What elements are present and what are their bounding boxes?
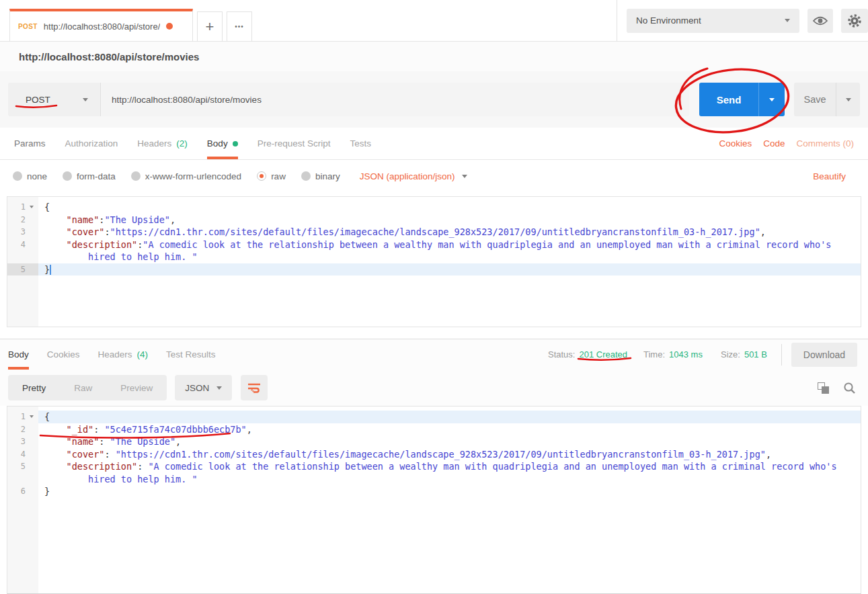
body-type-binary[interactable]: binary [301,171,340,181]
body-filled-dot-icon [233,141,238,146]
line-number-gutter: 1 [7,201,38,214]
code-line: 6} [7,485,861,498]
send-options-button[interactable] [758,83,785,116]
body-type-raw[interactable]: raw [257,171,286,181]
response-format-select[interactable]: JSON [175,375,232,400]
tab-count-badge: (4) [137,349,149,359]
response-mode-raw[interactable]: Raw [60,383,106,393]
tab-tests[interactable]: Tests [350,128,371,159]
line-number-gutter: 2 [7,214,38,226]
unsaved-dot-icon [166,23,173,30]
request-body-editor[interactable]: 1{2 "name":"The Upside",3 "cover":"https… [7,196,861,327]
body-format-label: JSON (application/json) [360,171,455,181]
response-format-label: JSON [185,383,209,393]
fold-caret-icon[interactable] [30,206,34,208]
wrap-lines-button[interactable] [241,375,268,400]
tab-body[interactable]: Body [207,128,238,159]
radio-icon [257,171,266,181]
status-value: 201 Created [579,349,627,359]
url-input[interactable]: http://localhost:8080/api/store/movies [101,83,689,116]
request-title-row: http://localhost:8080/api/store/movies [0,42,868,71]
radio-label: raw [271,171,286,181]
response-tab-headers[interactable]: Headers(4) [98,339,149,370]
environment-select[interactable]: No Environment [627,9,799,33]
body-format-select[interactable]: JSON (application/json) [360,171,468,181]
chevron-down-icon [846,98,851,101]
response-tab-cookies[interactable]: Cookies [47,339,80,370]
tab-method-badge: POST [18,23,38,30]
code-line: 1{ [7,201,861,214]
tab-authorization[interactable]: Authorization [65,128,118,159]
response-tabs: BodyCookiesHeaders(4)Test Results [8,339,234,370]
tab-url-label: http://localhost:8080/api/store/ [44,22,160,32]
tab-label: Body [8,349,29,359]
tab-pre-request-script[interactable]: Pre-request Script [258,128,331,159]
response-toolbar-icons [818,382,856,394]
code-line: 2 "name":"The Upside", [7,214,861,226]
body-type-form-data[interactable]: form-data [63,171,116,181]
body-type-x-www-form-urlencoded[interactable]: x-www-form-urlencoded [131,171,241,181]
settings-button[interactable] [841,9,868,33]
download-button[interactable]: Download [791,343,857,367]
code-link[interactable]: Code [763,138,785,148]
size-value: 501 B [744,349,767,359]
save-options-button[interactable] [836,83,860,116]
size-label: Size: [721,349,740,359]
response-mode-preview[interactable]: Preview [106,383,167,393]
tab-params[interactable]: Params [14,128,46,159]
tab-label: Headers [137,138,171,148]
save-button-group: Save [794,83,860,116]
response-mode-pretty[interactable]: Pretty [8,383,60,393]
code-line: 5 "description": "A comedic look at the … [7,460,861,473]
request-tab[interactable]: POST http://localhost:8080/api/store/ [9,9,193,41]
time-label: Time: [643,349,665,359]
code-line: 4 "cover": "https://cdn1.thr.com/sites/d… [7,448,861,461]
request-editor-lines: 1{2 "name":"The Upside",3 "cover":"https… [7,197,861,275]
radio-label: form-data [77,171,116,181]
response-tab-body[interactable]: Body [8,339,29,370]
copy-icon[interactable] [818,382,829,394]
tab-label: Authorization [65,138,118,148]
tab-options-button[interactable]: ••• [227,11,252,41]
divider [781,344,782,366]
status-label: Status: [548,349,575,359]
tab-headers[interactable]: Headers(2) [137,128,188,159]
code-line: 3 "cover":"https://cdn1.thr.com/sites/de… [7,226,861,239]
beautify-link[interactable]: Beautify [813,171,846,181]
response-tab-test-results[interactable]: Test Results [166,339,216,370]
new-tab-button[interactable]: + [197,11,223,41]
radio-label: x-www-form-urlencoded [145,171,241,181]
comments-0--link[interactable]: Comments (0) [796,138,854,148]
line-number-gutter [7,473,38,486]
request-tabs-row: ParamsAuthorizationHeaders(2)BodyPre-req… [0,128,868,160]
response-body-editor[interactable]: 1{2 "_id": "5c4e715fa74c07dbbb6ecb7b",3 … [7,406,861,594]
radio-icon [63,171,72,181]
fold-caret-icon[interactable] [30,415,34,418]
environment-label: No Environment [636,15,701,26]
save-button[interactable]: Save [794,83,836,116]
tab-label: Pre-request Script [258,138,331,148]
radio-label: binary [315,171,340,181]
request-title: http://localhost:8080/api/store/movies [19,51,199,62]
radio-label: none [27,171,47,181]
line-number-gutter: 6 [7,485,38,498]
chevron-down-icon [216,386,222,390]
tab-label: Test Results [166,349,216,359]
tab-label: Tests [350,138,371,148]
code-line: 2 "_id": "5c4e715fa74c07dbbb6ecb7b", [7,423,861,436]
body-type-none[interactable]: none [13,171,47,181]
response-editor-lines: 1{2 "_id": "5c4e715fa74c07dbbb6ecb7b",3 … [7,407,861,498]
chevron-down-icon [83,98,88,101]
environment-area: No Environment [617,0,868,41]
response-size: Size: 501 B [721,339,767,370]
method-select[interactable]: POST [8,83,101,116]
tab-count-badge: (2) [176,138,188,148]
environment-quick-look-button[interactable] [807,9,833,33]
response-meta-row: BodyCookiesHeaders(4)Test Results Status… [0,339,868,370]
chevron-down-icon [769,98,775,101]
search-icon[interactable] [843,382,856,394]
cookies-link[interactable]: Cookies [719,138,752,148]
line-number-gutter: 5 [7,460,38,473]
send-button[interactable]: Send [699,83,758,116]
response-time: Time: 1043 ms [643,339,703,370]
